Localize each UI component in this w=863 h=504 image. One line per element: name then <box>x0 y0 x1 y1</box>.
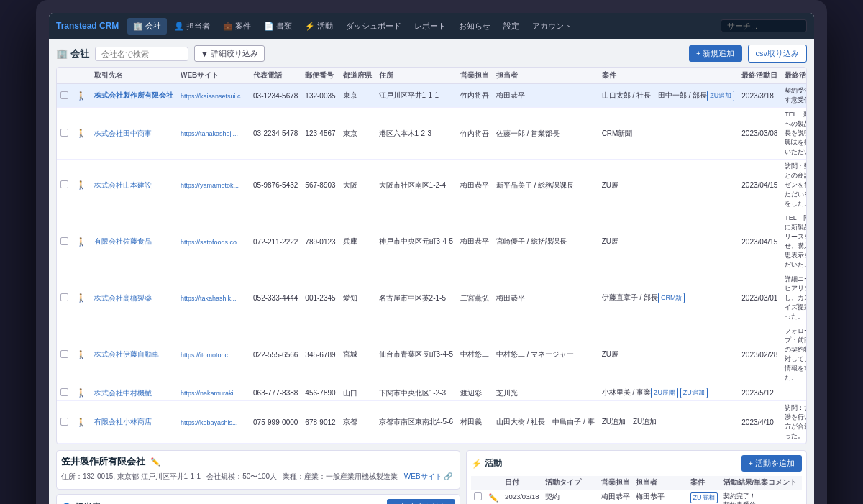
csv-import-button[interactable]: csv取り込み <box>748 45 808 63</box>
company-website-cell[interactable]: https://tanakashoji... <box>181 130 238 137</box>
doc-icon: 📄 <box>264 22 274 31</box>
company-sales-cell: 梅田恭平 <box>457 211 493 272</box>
company-icon: 🏢 <box>133 22 143 31</box>
nav-contact[interactable]: 👤 担当者 <box>168 18 216 35</box>
company-address-cell: 下関市中央北区1-2-3 <box>375 385 457 401</box>
company-website-cell[interactable]: https://nakamuraki... <box>181 390 239 397</box>
company-table-row[interactable]: 🚶 株式会社田中商事 https://tanakashoji... 03-223… <box>57 108 807 160</box>
company-name-cell[interactable]: 株式会社高橋製薬 <box>91 272 177 324</box>
selected-company-name: 笠井製作所有限会社 <box>61 455 145 468</box>
row-checkbox[interactable] <box>60 293 68 301</box>
row-person-icon[interactable]: 🚶 <box>76 91 87 101</box>
company-phone-cell: 022-555-6566 <box>250 324 301 385</box>
company-name-cell[interactable]: 株式会社山本建設 <box>91 160 177 211</box>
row-person-icon[interactable]: 🚶 <box>76 237 87 247</box>
company-name-cell[interactable]: 有限会社小林商店 <box>91 401 177 444</box>
act-col-comment: 活動結果/単案コメント <box>721 476 802 490</box>
filter-button[interactable]: ▼ 詳細絞り込み <box>194 45 265 62</box>
company-table: 取引先名 WEBサイト 代表電話 郵便番号 都道府県 住所 営業担当 担当者 案… <box>56 67 807 444</box>
person-icon: 👤 <box>174 22 184 31</box>
nav-report[interactable]: レポート <box>408 18 452 35</box>
company-zip-cell: 789-0123 <box>301 211 339 272</box>
company-search-input[interactable] <box>95 47 188 61</box>
company-website-cell[interactable]: https://yamamotok... <box>181 182 239 189</box>
col-sales: 営業担当 <box>457 68 493 84</box>
edit-activity-icon[interactable]: ✏️ <box>488 492 499 503</box>
company-deal-cell: 山口太郎 / 社長 田中一郎 / 部長ZU追加 <box>598 84 739 108</box>
row-checkbox[interactable] <box>60 418 68 426</box>
company-table-row[interactable]: 🚶 株式会社山本建設 https://yamamotok... 05-9876-… <box>57 160 807 211</box>
row-person-icon[interactable]: 🚶 <box>76 349 87 360</box>
row-checkbox[interactable] <box>60 237 68 245</box>
company-pref-cell: 兵庫 <box>339 211 375 272</box>
filter-icon: ▼ <box>201 50 209 58</box>
company-address-cell: 江戸川区平井1-1-1 <box>375 84 457 108</box>
row-person-icon[interactable]: 🚶 <box>76 180 87 191</box>
company-name-cell[interactable]: 株式会社製作所有限会社 <box>91 84 177 108</box>
company-phone-cell: 075-999-0000 <box>250 401 301 444</box>
nav-deal[interactable]: 💼 案件 <box>217 18 257 35</box>
company-pref-cell: 東京 <box>339 84 375 108</box>
row-person-icon[interactable]: 🚶 <box>76 388 87 398</box>
row-checkbox[interactable] <box>60 180 68 188</box>
nav-settings[interactable]: 設定 <box>498 18 525 35</box>
row-person-icon[interactable]: 🚶 <box>76 417 87 428</box>
nav-news[interactable]: お知らせ <box>453 18 496 35</box>
row-checkbox[interactable] <box>60 350 68 358</box>
company-table-row[interactable]: 🚶 株式会社高橋製薬 https://takahashik... 052-333… <box>57 272 807 324</box>
activity-checkbox[interactable] <box>474 492 482 500</box>
nav-activity[interactable]: ⚡ 活動 <box>299 18 339 35</box>
company-zip-cell: 678-9012 <box>301 401 339 444</box>
activity-deal: ZU展相 <box>688 490 721 505</box>
company-last-activity-cell: 訪問：数社様との商談プレゼンを行い、ただいる了解をした。 <box>781 160 807 211</box>
row-person-icon[interactable]: 🚶 <box>76 128 87 139</box>
company-website-cell[interactable]: https://takahashik... <box>181 295 237 302</box>
nav-dashboard[interactable]: ダッシュボード <box>340 18 407 35</box>
company-sales-cell: 二宮薫弘 <box>457 272 493 324</box>
company-last-date-cell: 2023/04/15 <box>738 211 781 272</box>
company-website-link[interactable]: WEBサイト <box>404 472 442 480</box>
nav-company[interactable]: 🏢 会社 <box>127 18 167 35</box>
company-table-row[interactable]: 🚶 株式会社中村機械 https://nakamuraki... 063-777… <box>57 385 807 401</box>
company-name-cell[interactable]: 有限会社佐藤食品 <box>91 211 177 272</box>
act-col-type: 活動タイプ <box>542 476 598 490</box>
activity-comment: 契約完了！契約書受信。 <box>721 490 802 505</box>
col-last-date: 最終活動日 <box>738 68 781 84</box>
row-checkbox[interactable] <box>60 129 68 137</box>
add-activity-button[interactable]: + 活動を追加 <box>741 455 802 472</box>
company-contact-cell: 山田大樹 / 社長 中島由子 / 事 <box>493 401 598 444</box>
add-company-button[interactable]: + 新規追加 <box>689 45 741 62</box>
company-name-cell[interactable]: 株式会社伊藤自動車 <box>91 324 177 385</box>
deal-tag: ZU追加 <box>707 91 734 101</box>
company-last-date-cell: 2023/04/15 <box>738 160 781 211</box>
nav-document[interactable]: 📄 書類 <box>258 18 298 35</box>
global-search-input[interactable] <box>721 19 807 32</box>
company-name-cell[interactable]: 株式会社田中商事 <box>91 108 177 160</box>
company-table-row[interactable]: 🚶 有限会社小林商店 https://kobayashis... 075-999… <box>57 401 807 444</box>
company-website-cell[interactable]: https://kaisansetsui.c... <box>181 93 246 100</box>
company-table-row[interactable]: 🚶 有限会社佐藤食品 https://satofoods.co... 072-2… <box>57 211 807 272</box>
company-address-cell: 港区六本木1-2-3 <box>375 108 457 160</box>
company-table-row[interactable]: 🚶 株式会社伊藤自動車 https://itomotor.c... 022-55… <box>57 324 807 385</box>
company-zip-cell: 345-6789 <box>301 324 339 385</box>
row-person-icon[interactable]: 🚶 <box>76 293 87 303</box>
row-checkbox[interactable] <box>60 388 68 396</box>
company-last-date-cell: 2023/4/10 <box>738 401 781 444</box>
company-name-cell[interactable]: 株式会社中村機械 <box>91 385 177 401</box>
row-checkbox[interactable] <box>60 91 68 99</box>
act-col-contact: 担当者 <box>633 476 688 490</box>
detail-section: 笠井製作所有限会社 ✏️ 住所：132-0015, 東京都 江戸川区平井1-1-… <box>56 450 807 504</box>
company-table-row[interactable]: 🚶 株式会社製作所有限会社 https://kaisansetsui.c... … <box>57 84 807 108</box>
company-website-cell[interactable]: https://itomotor.c... <box>181 352 234 359</box>
company-website-cell[interactable]: https://satofoods.co... <box>181 239 242 246</box>
left-column: 笠井製作所有限会社 ✏️ 住所：132-0015, 東京都 江戸川区平井1-1-… <box>56 450 460 504</box>
company-detail-card: 笠井製作所有限会社 ✏️ 住所：132-0015, 東京都 江戸川区平井1-1-… <box>56 450 460 490</box>
company-sales-cell: 梅田恭平 <box>457 160 493 211</box>
company-address-cell: 京都市南区東南北4-5-6 <box>375 401 457 444</box>
company-website-cell[interactable]: https://kobayashis... <box>181 419 238 426</box>
nav-account[interactable]: アカウント <box>526 18 577 35</box>
edit-company-button[interactable]: ✏️ <box>150 457 161 467</box>
add-contact-button[interactable]: + 担当者を追加 <box>387 499 455 504</box>
company-deal-cell: ZU展 <box>598 211 739 272</box>
company-list-header: 🏢 会社 ▼ 詳細絞り込み + 新規追加 csv取り込み <box>56 45 807 63</box>
